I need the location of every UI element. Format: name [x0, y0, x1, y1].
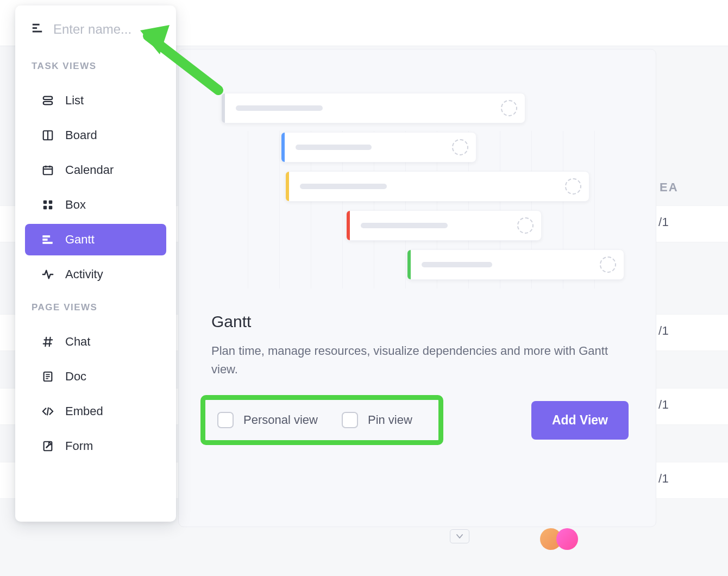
svg-rect-16: [43, 239, 47, 241]
page-view-item-form[interactable]: Form: [25, 430, 166, 462]
pin-view-checkbox[interactable]: Pin view: [342, 412, 412, 428]
view-item-label: Chat: [65, 335, 90, 349]
activity-icon: [41, 268, 54, 281]
list-icon: [41, 94, 54, 107]
task-view-item-gantt[interactable]: Gantt: [25, 224, 166, 255]
bg-col-header-fragment: EA: [660, 180, 679, 195]
name-row: [15, 17, 176, 52]
page-view-item-embed[interactable]: Embed: [25, 396, 166, 427]
detail-options-row: Personal view Pin view Add View: [200, 395, 629, 445]
gantt-preview-bar: [407, 249, 624, 280]
svg-rect-11: [43, 201, 47, 204]
bg-date-fragment: /1: [658, 472, 669, 486]
gantt-preview: [211, 93, 623, 289]
task-views-section-label: TASK VIEWS: [15, 52, 176, 82]
box-icon: [41, 198, 54, 211]
view-item-label: Box: [65, 198, 86, 212]
gantt-icon: [41, 233, 54, 246]
task-view-item-box[interactable]: Box: [25, 189, 166, 221]
bg-date-fragment: /1: [658, 215, 669, 229]
checkbox-icon: [342, 412, 358, 428]
gantt-preview-bar: [281, 132, 476, 162]
add-view-button[interactable]: Add View: [531, 401, 629, 440]
options-highlight-box: Personal view Pin view: [200, 395, 443, 445]
view-detail-panel: Gantt Plan time, manage resources, visua…: [178, 49, 656, 527]
svg-rect-14: [49, 206, 52, 209]
svg-rect-2: [33, 31, 42, 33]
checkbox-icon: [217, 412, 234, 428]
detail-description: Plan time, manage resources, visualize d…: [211, 342, 623, 379]
view-item-label: Embed: [65, 404, 103, 418]
page-view-item-doc[interactable]: Doc: [25, 361, 166, 392]
personal-view-label: Personal view: [243, 413, 318, 427]
svg-rect-12: [49, 201, 52, 204]
form-icon: [41, 440, 54, 453]
view-name-input[interactable]: [53, 22, 162, 37]
svg-rect-3: [43, 97, 53, 100]
gantt-preview-bar: [285, 171, 589, 202]
view-item-label: Gantt: [65, 233, 95, 247]
view-picker-sidebar: TASK VIEWS ListBoardCalendarBoxGanttActi…: [15, 5, 176, 522]
embed-icon: [41, 405, 54, 418]
view-item-label: Form: [65, 439, 93, 453]
avatar: [556, 528, 578, 550]
svg-rect-15: [43, 236, 50, 237]
gantt-preview-bar: [221, 93, 525, 123]
svg-rect-13: [43, 206, 47, 209]
view-item-label: List: [65, 93, 84, 108]
view-item-label: Activity: [65, 267, 103, 281]
board-icon: [41, 129, 54, 142]
task-view-item-activity[interactable]: Activity: [25, 259, 166, 290]
pin-view-label: Pin view: [368, 413, 412, 427]
svg-rect-1: [33, 27, 37, 29]
doc-icon: [41, 370, 54, 383]
dropdown-caret-icon[interactable]: [450, 529, 469, 543]
task-view-item-board[interactable]: Board: [25, 120, 166, 151]
detail-title: Gantt: [211, 312, 623, 331]
calendar-icon: [41, 164, 54, 177]
view-item-label: Doc: [65, 370, 86, 384]
assignee-avatars[interactable]: [540, 528, 578, 550]
page-view-item-chat[interactable]: Chat: [25, 326, 166, 358]
page-views-section-label: PAGE VIEWS: [15, 293, 176, 323]
hash-icon: [41, 335, 54, 348]
gantt-icon: [32, 22, 43, 36]
view-item-label: Board: [65, 128, 97, 142]
task-view-item-calendar[interactable]: Calendar: [25, 154, 166, 186]
view-item-label: Calendar: [65, 163, 114, 177]
gantt-preview-bar: [346, 210, 542, 241]
svg-rect-4: [43, 102, 53, 105]
bg-date-fragment: /1: [658, 324, 669, 338]
svg-rect-17: [43, 242, 52, 243]
bg-date-fragment: /1: [658, 398, 669, 412]
svg-rect-7: [43, 167, 53, 175]
svg-rect-0: [33, 24, 40, 26]
personal-view-checkbox[interactable]: Personal view: [217, 412, 318, 428]
task-view-item-list[interactable]: List: [25, 85, 166, 116]
